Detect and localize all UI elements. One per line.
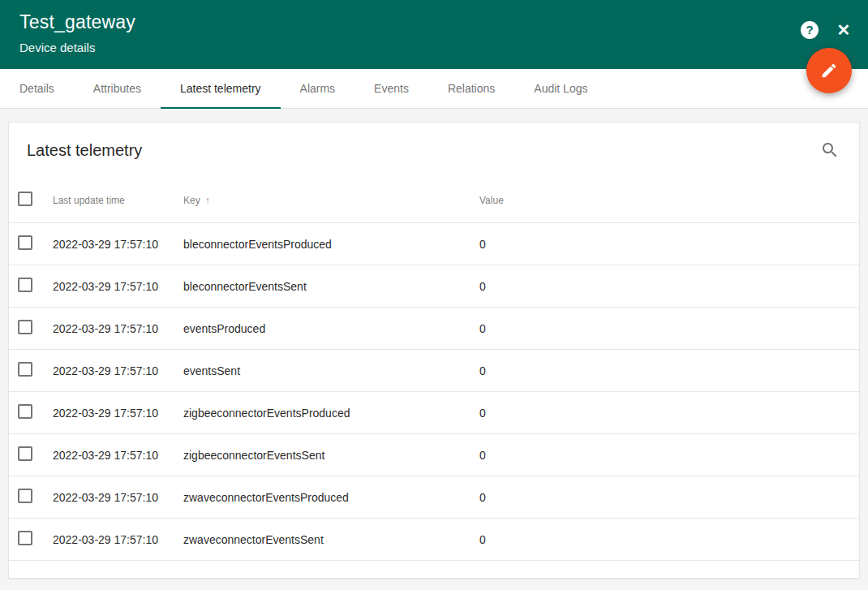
close-icon: ✕ (837, 20, 851, 40)
row-checkbox[interactable] (18, 362, 32, 377)
cell-value: 0 (479, 491, 859, 504)
tab-alarms[interactable]: Alarms (281, 69, 355, 108)
cell-last-update-time: 2022-03-29 17:57:10 (53, 238, 183, 251)
dialog-header: Test_gateway Device details ? ✕ (0, 0, 868, 69)
cell-last-update-time: 2022-03-29 17:57:10 (53, 491, 183, 504)
table-row: 2022-03-29 17:57:10 zwaveconnectorEvents… (9, 519, 859, 561)
tab-bar: Details Attributes Latest telemetry Alar… (0, 69, 868, 109)
tab-latest-telemetry[interactable]: Latest telemetry (161, 69, 281, 108)
cell-value: 0 (479, 364, 859, 377)
table-row: 2022-03-29 17:57:10 zigbeeconnectorEvent… (9, 392, 859, 434)
tab-relations[interactable]: Relations (428, 69, 514, 108)
column-header-key-label: Key (183, 195, 200, 206)
close-button[interactable]: ✕ (834, 20, 853, 40)
cell-key: eventsSent (183, 364, 479, 377)
cell-key: zigbeeconnectorEventsSent (183, 449, 479, 462)
row-checkbox[interactable] (18, 278, 32, 292)
sort-ascending-icon: ↑ (205, 194, 211, 206)
search-button[interactable] (819, 139, 841, 161)
checkbox-cell (18, 362, 53, 379)
cell-value: 0 (479, 322, 859, 335)
tab-audit-logs[interactable]: Audit Logs (514, 69, 607, 108)
row-checkbox[interactable] (18, 446, 32, 461)
cell-key: zwaveconnectorEventsSent (183, 533, 479, 546)
cell-value: 0 (479, 280, 859, 293)
row-checkbox[interactable] (18, 320, 32, 334)
cell-last-update-time: 2022-03-29 17:57:10 (53, 449, 183, 462)
card-header: Latest telemetry (9, 123, 859, 178)
header-actions: ? ✕ (800, 20, 853, 40)
cell-last-update-time: 2022-03-29 17:57:10 (53, 407, 183, 420)
tab-events[interactable]: Events (355, 69, 428, 108)
checkbox-cell (18, 278, 53, 295)
row-checkbox[interactable] (18, 235, 32, 250)
cell-last-update-time: 2022-03-29 17:57:10 (53, 280, 183, 293)
select-all-cell (18, 192, 53, 209)
cell-last-update-time: 2022-03-29 17:57:10 (53, 533, 183, 546)
cell-value: 0 (479, 238, 859, 251)
row-checkbox[interactable] (18, 404, 32, 419)
device-title: Test_gateway (19, 11, 849, 33)
row-checkbox[interactable] (18, 531, 32, 545)
help-icon: ? (801, 21, 819, 39)
table-row: 2022-03-29 17:57:10 bleconnectorEventsPr… (9, 223, 859, 265)
table-row: 2022-03-29 17:57:10 zwaveconnectorEvents… (9, 476, 859, 519)
cell-last-update-time: 2022-03-29 17:57:10 (53, 364, 183, 377)
cell-key: eventsProduced (183, 322, 479, 335)
table-row: 2022-03-29 17:57:10 zigbeeconnectorEvent… (9, 434, 859, 476)
telemetry-card: Latest telemetry Last update time Key ↑ … (8, 122, 860, 579)
column-header-last-update-time[interactable]: Last update time (53, 195, 183, 206)
pencil-icon (820, 62, 838, 80)
cell-value: 0 (479, 407, 859, 420)
cell-key: zigbeeconnectorEventsProduced (183, 407, 479, 420)
table-row: 2022-03-29 17:57:10 eventsProduced 0 (9, 308, 859, 350)
device-subtitle: Device details (19, 41, 849, 54)
cell-key: bleconnectorEventsSent (183, 280, 479, 293)
table-row: 2022-03-29 17:57:10 bleconnectorEventsSe… (9, 265, 859, 308)
cell-last-update-time: 2022-03-29 17:57:10 (53, 322, 183, 335)
checkbox-cell (18, 489, 53, 506)
column-header-value[interactable]: Value (479, 195, 859, 206)
dialog-content: Latest telemetry Last update time Key ↑ … (0, 109, 868, 590)
edit-fab-button[interactable] (806, 48, 852, 93)
tab-attributes[interactable]: Attributes (74, 69, 161, 108)
search-icon (820, 140, 840, 160)
cell-key: bleconnectorEventsProduced (183, 238, 479, 251)
row-checkbox[interactable] (18, 489, 32, 503)
tab-details[interactable]: Details (0, 69, 74, 108)
checkbox-cell (18, 446, 53, 463)
checkbox-cell (18, 320, 53, 337)
cell-value: 0 (479, 533, 859, 546)
checkbox-cell (18, 404, 53, 421)
table-header-row: Last update time Key ↑ Value (9, 178, 859, 223)
checkbox-cell (18, 235, 53, 252)
cell-key: zwaveconnectorEventsProduced (183, 491, 479, 504)
table-row: 2022-03-29 17:57:10 eventsSent 0 (9, 350, 859, 392)
column-header-key[interactable]: Key ↑ (183, 194, 479, 206)
cell-value: 0 (479, 449, 859, 462)
select-all-checkbox[interactable] (18, 192, 32, 206)
checkbox-cell (18, 531, 53, 548)
panel-title: Latest telemetry (27, 141, 142, 160)
help-button[interactable]: ? (800, 20, 819, 40)
